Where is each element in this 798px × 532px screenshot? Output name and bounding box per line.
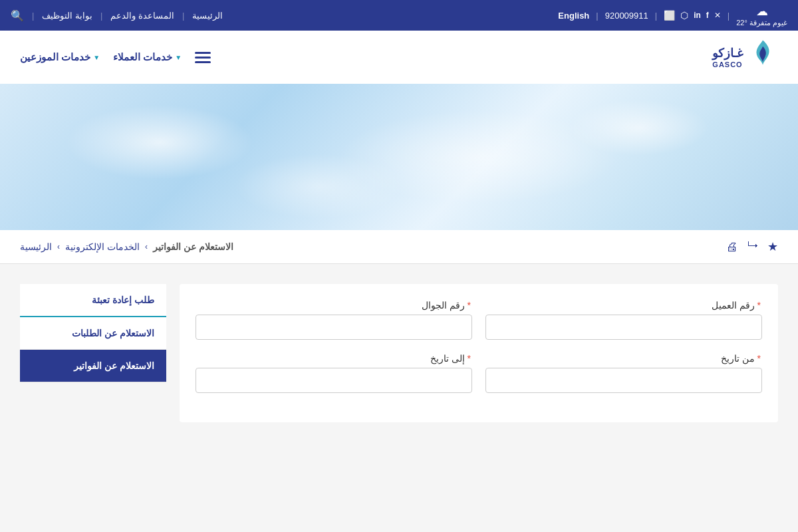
whatsapp-icon[interactable]: ⬜	[664, 10, 675, 21]
favorite-icon[interactable]: ★	[767, 239, 778, 254]
to-date-input[interactable]	[196, 368, 472, 393]
breadcrumb: الاستعلام عن الفواتير › الخدمات الإلكترو…	[20, 241, 233, 252]
hamburger-line-1	[195, 52, 211, 54]
portal-link[interactable]: بوابة التوظيف	[42, 11, 92, 21]
customer-number-input[interactable]	[485, 315, 762, 340]
header: غـازكو GASCO ▼ خدمات العملاء ▼ خدمات الم…	[0, 31, 798, 84]
twitter-icon[interactable]: ✕	[714, 11, 721, 20]
hamburger-menu[interactable]	[195, 52, 211, 63]
divider-2: |	[655, 11, 657, 21]
divider-5: |	[100, 11, 102, 21]
divider-4: |	[182, 11, 184, 21]
breadcrumb-electronic-services[interactable]: الخدمات الإلكترونية	[65, 241, 140, 252]
breadcrumb-actions: 🖨 ⮡ ★	[726, 239, 778, 254]
hamburger-line-2	[195, 57, 211, 59]
top-bar-right: الرئيسية | المساعدة والدعم | بوابة التوظ…	[11, 9, 223, 22]
divider-3: |	[728, 11, 730, 21]
customer-number-group: * رقم العميل	[485, 300, 762, 340]
nav-customer-label: خدمات العملاء	[113, 51, 172, 63]
divider-1: |	[596, 11, 598, 21]
nav-distributor-label: خدمات الموزعين	[20, 51, 90, 63]
nav-arrow-1: ▼	[175, 54, 182, 61]
to-date-label: * إلى تاريخ	[196, 353, 472, 364]
mobile-number-label: * رقم الجوال	[196, 300, 472, 311]
breadcrumb-home[interactable]: الرئيسية	[20, 241, 52, 252]
sidebar-item-refill[interactable]: طلب إعادة تعبئة	[20, 284, 166, 317]
breadcrumb-sep-1: ›	[145, 242, 148, 251]
instagram-icon[interactable]: ⬡	[680, 10, 688, 21]
breadcrumb-bar: 🖨 ⮡ ★ الاستعلام عن الفواتير › الخدمات ال…	[0, 230, 798, 264]
form-section: * رقم العميل * رقم الجوال * من تاريخ	[180, 284, 778, 422]
form-row-1: * رقم العميل * رقم الجوال	[196, 300, 762, 340]
form-row-2: * من تاريخ * إلى تاريخ	[196, 353, 762, 393]
english-link[interactable]: English	[558, 11, 589, 21]
breadcrumb-sep-2: ›	[57, 242, 60, 251]
facebook-icon[interactable]: f	[706, 11, 709, 20]
mobile-number-input[interactable]	[196, 315, 472, 340]
main-content: * رقم العميل * رقم الجوال * من تاريخ	[0, 264, 798, 442]
required-star-4: *	[467, 353, 471, 364]
print-icon[interactable]: 🖨	[726, 240, 738, 254]
required-star-1: *	[757, 300, 761, 311]
customer-number-label: * رقم العميل	[485, 300, 762, 311]
phone-number: 920009911	[605, 11, 648, 21]
required-star-3: *	[757, 353, 761, 364]
sidebar: طلب إعادة تعبئة الاستعلام عن الطلبات الا…	[20, 284, 166, 422]
help-link[interactable]: المساعدة والدعم	[110, 11, 174, 21]
mobile-number-group: * رقم الجوال	[196, 300, 472, 340]
search-icon[interactable]: 🔍	[11, 9, 24, 22]
from-date-input[interactable]	[485, 368, 762, 393]
nav-customer-services[interactable]: ▼ خدمات العملاء	[113, 51, 182, 63]
gasco-logo-svg	[748, 37, 778, 77]
top-bar-left: English | 920009911 | ⬜ ⬡ in f ✕ | ☁ 22°…	[558, 4, 787, 27]
home-link[interactable]: الرئيسية	[192, 11, 223, 21]
nav-menu: ▼ خدمات العملاء ▼ خدمات الموزعين	[20, 51, 211, 63]
nav-arrow-2: ▼	[93, 54, 100, 61]
linkedin-icon[interactable]: in	[694, 11, 701, 20]
logo-english: GASCO	[712, 61, 742, 68]
social-icons: ⬜ ⬡ in f ✕	[664, 10, 721, 21]
weather-section: ☁ 22° غيوم متفرقة	[736, 4, 787, 27]
top-bar: English | 920009911 | ⬜ ⬡ in f ✕ | ☁ 22°…	[0, 0, 798, 31]
hero-banner	[0, 84, 798, 230]
weather-icon: ☁	[756, 4, 768, 19]
breadcrumb-current: الاستعلام عن الفواتير	[153, 241, 233, 252]
nav-distributor-services[interactable]: ▼ خدمات الموزعين	[20, 51, 100, 63]
to-date-group: * إلى تاريخ	[196, 353, 472, 393]
logo-section: غـازكو GASCO	[712, 37, 778, 77]
hamburger-line-3	[195, 61, 211, 63]
from-date-label: * من تاريخ	[485, 353, 762, 364]
logo-text: غـازكو GASCO	[712, 46, 743, 68]
sidebar-item-orders[interactable]: الاستعلام عن الطلبات	[20, 317, 166, 350]
weather-desc: 22° غيوم متفرقة	[736, 19, 787, 27]
required-star-2: *	[467, 300, 471, 311]
from-date-group: * من تاريخ	[485, 353, 762, 393]
share-icon[interactable]: ⮡	[747, 241, 758, 253]
sidebar-item-invoices[interactable]: الاستعلام عن الفواتير	[20, 350, 166, 382]
logo-arabic: غـازكو	[712, 46, 743, 61]
divider-6: |	[32, 11, 34, 21]
